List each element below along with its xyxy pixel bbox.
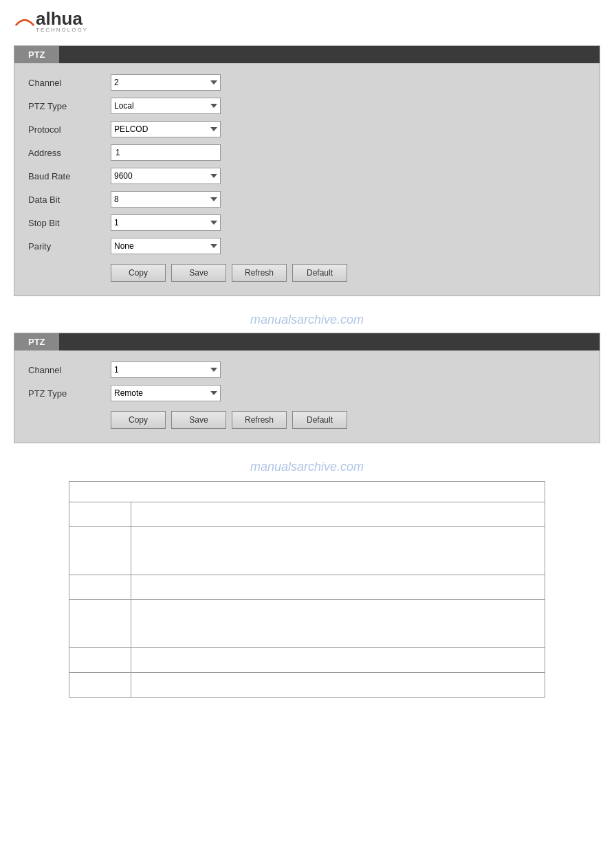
table-label-cell	[69, 575, 131, 600]
panel2-refresh-button[interactable]: Refresh	[232, 411, 287, 429]
ptz-panel-2: PTZ Channel 1234 PTZ Type RemoteLocal Co…	[14, 333, 600, 443]
panel1-channel-select[interactable]: 2134	[111, 74, 221, 91]
panel1-protocol-row: Protocol PELCODPELCOP	[28, 121, 586, 137]
watermark-text-2: manualsarchive.com	[14, 460, 600, 474]
panel1-databit-row: Data Bit 8567	[28, 191, 586, 208]
panel2-buttons-row: Copy Save Refresh Default	[111, 411, 586, 429]
panel2-ptztype-label: PTZ Type	[28, 388, 111, 399]
panel1-title: PTZ	[14, 46, 59, 63]
panel1-body: Channel 2134 PTZ Type LocalRemote Protoc…	[14, 63, 600, 296]
table-content-cell	[131, 673, 545, 698]
panel1-stopbit-row: Stop Bit 12	[28, 214, 586, 231]
panel2-header: PTZ	[14, 333, 600, 350]
panel2-channel-label: Channel	[28, 365, 111, 375]
panel1-parity-row: Parity NoneOddEven	[28, 238, 586, 254]
panel2-title: PTZ	[14, 333, 59, 350]
panel1-baudrate-select[interactable]: 960012002400480019200	[111, 168, 221, 184]
panel1-databit-label: Data Bit	[28, 194, 111, 205]
panel1-protocol-label: Protocol	[28, 124, 111, 135]
panel2-save-button[interactable]: Save	[171, 411, 226, 429]
table-header-cell	[69, 482, 545, 502]
logo-area: alhua TECHNOLOGY	[0, 0, 614, 38]
logo-container: alhua TECHNOLOGY	[14, 8, 600, 33]
panel1-default-button[interactable]: Default	[292, 264, 347, 282]
panel1-ptztype-row: PTZ Type LocalRemote	[28, 98, 586, 114]
ptz-panel-1: PTZ Channel 2134 PTZ Type LocalRemote Pr…	[14, 45, 600, 296]
table-row	[69, 482, 545, 502]
brand-name: alhua TECHNOLOGY	[36, 8, 88, 33]
panel1-stopbit-label: Stop Bit	[28, 218, 111, 228]
logo-icon	[14, 14, 36, 27]
watermark-text: manualsarchive.com	[14, 313, 600, 327]
panel1-parity-label: Parity	[28, 241, 111, 252]
panel1-address-row: Address	[28, 144, 586, 161]
panel2-channel-row: Channel 1234	[28, 361, 586, 378]
table-content-cell	[131, 575, 545, 600]
panel1-address-input[interactable]	[111, 144, 221, 161]
panel1-parity-select[interactable]: NoneOddEven	[111, 238, 221, 254]
panel1-protocol-select[interactable]: PELCODPELCOP	[111, 121, 221, 137]
bottom-table-wrapper	[69, 481, 545, 698]
panel2-ptztype-select[interactable]: RemoteLocal	[111, 385, 221, 401]
panel1-header: PTZ	[14, 46, 600, 63]
panel2-channel-select[interactable]: 1234	[111, 361, 221, 378]
panel1-buttons-row: Copy Save Refresh Default	[111, 264, 586, 282]
panel1-stopbit-select[interactable]: 12	[111, 214, 221, 231]
panel2-ptztype-row: PTZ Type RemoteLocal	[28, 385, 586, 401]
panel1-channel-label: Channel	[28, 78, 111, 88]
logo-sub: TECHNOLOGY	[36, 27, 88, 33]
panel1-baudrate-row: Baud Rate 960012002400480019200	[28, 168, 586, 184]
table-row	[69, 673, 545, 698]
panel1-copy-button[interactable]: Copy	[111, 264, 166, 282]
table-row	[69, 648, 545, 673]
table-label-cell	[69, 502, 131, 527]
table-content-cell	[131, 648, 545, 673]
panel2-copy-button[interactable]: Copy	[111, 411, 166, 429]
table-label-cell	[69, 527, 131, 575]
panel1-ptztype-label: PTZ Type	[28, 101, 111, 111]
table-row	[69, 575, 545, 600]
panel1-ptztype-select[interactable]: LocalRemote	[111, 98, 221, 114]
panel1-refresh-button[interactable]: Refresh	[232, 264, 287, 282]
table-row	[69, 527, 545, 575]
bottom-table	[69, 481, 545, 698]
table-content-cell	[131, 527, 545, 575]
panels-container: PTZ Channel 2134 PTZ Type LocalRemote Pr…	[14, 45, 600, 698]
table-content-cell	[131, 600, 545, 648]
panel1-channel-row: Channel 2134	[28, 74, 586, 91]
panel1-databit-select[interactable]: 8567	[111, 191, 221, 208]
panel1-save-button[interactable]: Save	[171, 264, 226, 282]
table-content-cell	[131, 502, 545, 527]
panel1-address-label: Address	[28, 148, 111, 158]
panel1-baudrate-label: Baud Rate	[28, 171, 111, 181]
panel2-default-button[interactable]: Default	[292, 411, 347, 429]
table-label-cell	[69, 648, 131, 673]
table-label-cell	[69, 600, 131, 648]
table-row	[69, 502, 545, 527]
panel2-body: Channel 1234 PTZ Type RemoteLocal Copy S…	[14, 350, 600, 443]
table-label-cell	[69, 673, 131, 698]
table-row	[69, 600, 545, 648]
